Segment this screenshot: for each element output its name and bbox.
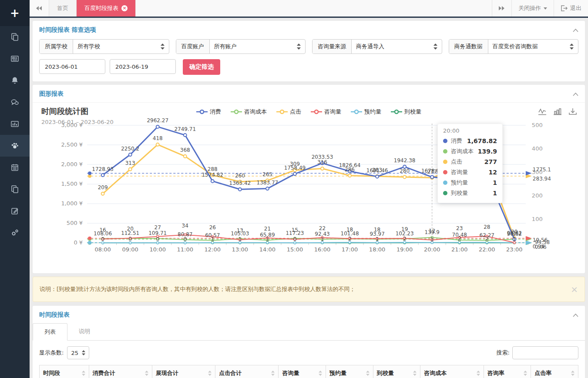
legend-item-2[interactable]: 点击 (276, 108, 301, 116)
baidu-account-select[interactable]: 所有账户 (210, 40, 306, 54)
sidebar-item-0[interactable] (0, 26, 30, 48)
sidebar-item-3[interactable] (0, 91, 30, 113)
collapse-chevron-icon[interactable] (573, 91, 578, 97)
svg-text:12: 12 (429, 228, 435, 234)
plus-icon[interactable]: + (0, 0, 30, 26)
column-label: 点击率 (534, 369, 551, 377)
column-header-1[interactable]: 消费合计 (89, 365, 152, 378)
select-arrows-icon (161, 43, 165, 50)
tab-list[interactable]: 列表 (33, 323, 67, 341)
tab-close-icon[interactable]: × (121, 5, 128, 11)
column-header-0[interactable]: 时间段 (40, 365, 89, 378)
school-filter-label: 所属学校 (40, 40, 73, 54)
inquiry-source-filter: 咨询量来源 商务通导入 (312, 39, 442, 54)
column-header-7[interactable]: 咨询成本 (420, 365, 484, 378)
legend-item-3[interactable]: 咨询量 (311, 108, 341, 116)
chart-panel: 图形报表 3,000 ¥2,500 ¥2,000 ¥1,500 ¥1,000 ¥… (33, 85, 585, 273)
search-input[interactable] (512, 346, 578, 359)
page-size-select[interactable]: 25 (67, 346, 89, 359)
svg-text:2962.27: 2962.27 (147, 117, 168, 124)
legend-item-0[interactable]: 消费 (196, 108, 221, 116)
download-icon[interactable] (568, 108, 577, 116)
legend-item-4[interactable]: 预约量 (351, 108, 381, 116)
sidebar-item-5[interactable] (0, 135, 30, 157)
line-chart-tool-icon[interactable] (538, 108, 547, 116)
column-header-2[interactable]: 展现合计 (152, 365, 215, 378)
svg-text:15:00: 15:00 (287, 246, 303, 253)
date-from-input[interactable]: 2023-06-01 (39, 59, 105, 74)
column-header-8[interactable]: 咨询率 (484, 365, 531, 378)
svg-text:34: 34 (182, 223, 188, 229)
svg-text:1826.64: 1826.64 (339, 162, 361, 168)
select-arrows-icon (297, 43, 301, 50)
svg-text:65.89: 65.89 (260, 232, 275, 238)
chart-title: 时间段统计图 (41, 106, 88, 117)
svg-text:16:00: 16:00 (314, 246, 330, 253)
svg-text:19: 19 (401, 226, 408, 232)
date-to-input[interactable]: 2023-06-19 (110, 59, 176, 74)
legend-marker-icon (351, 109, 362, 114)
tooltip-label: 预约量 (451, 179, 468, 187)
svg-text:2033.53: 2033.53 (312, 154, 333, 160)
table-tabs: 列表 说明 (33, 323, 585, 341)
column-header-3[interactable]: 点击合计 (215, 365, 279, 378)
expand-tabs-right-icon[interactable] (492, 0, 511, 17)
bar-chart-tool-icon[interactable] (553, 108, 562, 116)
column-header-6[interactable]: 到校量 (373, 365, 420, 378)
logout-button[interactable]: 退出 (554, 0, 588, 17)
close-icon[interactable]: × (571, 285, 578, 294)
collapse-chevron-icon[interactable] (573, 27, 578, 33)
swt-data-select-value: 百度竞价咨询数据 (493, 43, 538, 50)
sort-icon (413, 371, 417, 376)
svg-text:60.57: 60.57 (205, 232, 220, 238)
table-panel: 时间段报表 列表 说明 显示条数: 25 搜索: (33, 306, 585, 378)
svg-text:1383.77: 1383.77 (257, 180, 279, 186)
school-select[interactable]: 所有学校 (73, 40, 169, 54)
sidebar-item-4[interactable] (0, 113, 30, 135)
svg-text:10:00: 10:00 (149, 246, 165, 253)
legend-item-5[interactable]: 到校量 (391, 108, 421, 116)
column-header-5[interactable]: 预约量 (326, 365, 373, 378)
legend-item-1[interactable]: 咨询成本 (231, 108, 267, 116)
column-label: 咨询量 (282, 369, 299, 377)
note-text: 说明：[到校量]统计方法为该时间段内所有咨询人数，其中有到校的人数；请注意区别与… (40, 285, 355, 293)
sort-icon (571, 371, 575, 376)
legend-marker-icon (231, 109, 242, 114)
svg-text:08:00: 08:00 (94, 246, 111, 253)
tab-home-label: 首页 (57, 4, 68, 12)
tab-description[interactable]: 说明 (67, 323, 101, 341)
legend-label: 咨询成本 (244, 108, 267, 116)
svg-text:1,000 ¥: 1,000 ¥ (61, 200, 83, 207)
sidebar-item-9[interactable] (0, 222, 30, 244)
collapse-tabs-left-icon[interactable] (30, 0, 49, 17)
tooltip-value: 1 (493, 179, 497, 186)
tab-home[interactable]: 首页 (49, 0, 77, 17)
inquiry-source-select[interactable]: 商务通导入 (352, 40, 442, 54)
svg-text:0: 0 (128, 236, 132, 242)
swt-data-filter: 商务通数据 百度竞价咨询数据 (449, 39, 579, 54)
legend-marker-icon (311, 109, 322, 114)
tab-baidu-report[interactable]: 百度时段报表 × (77, 0, 136, 17)
column-header-9[interactable]: 点击率 (531, 365, 578, 378)
sidebar-item-6[interactable] (0, 157, 30, 178)
collapse-chevron-icon[interactable] (573, 312, 578, 318)
sidebar-nav (0, 26, 30, 244)
svg-text:13: 13 (237, 227, 243, 234)
tooltip-value: 12 (489, 169, 497, 176)
tooltip-label: 到校量 (451, 189, 468, 197)
close-operations-menu[interactable]: 关闭操作 (511, 0, 554, 17)
tooltip-row-4: 预约量1 (443, 177, 497, 188)
column-header-4[interactable]: 咨询量 (279, 365, 326, 378)
sidebar-item-2[interactable] (0, 70, 30, 91)
svg-text:15: 15 (292, 227, 298, 233)
svg-text:1942.38: 1942.38 (394, 157, 416, 164)
svg-text:2,000 ¥: 2,000 ¥ (61, 161, 83, 167)
confirm-filter-button[interactable]: 确定筛选 (183, 59, 220, 75)
sidebar-item-7[interactable] (0, 178, 30, 200)
sidebar-item-1[interactable] (0, 48, 30, 70)
legend-label: 消费 (210, 108, 221, 116)
tooltip-row-0: 消费1,678.82 (443, 136, 497, 146)
legend-marker-icon (196, 109, 208, 114)
sidebar-item-8[interactable] (0, 200, 30, 222)
swt-data-select[interactable]: 百度竞价咨询数据 (488, 40, 578, 54)
